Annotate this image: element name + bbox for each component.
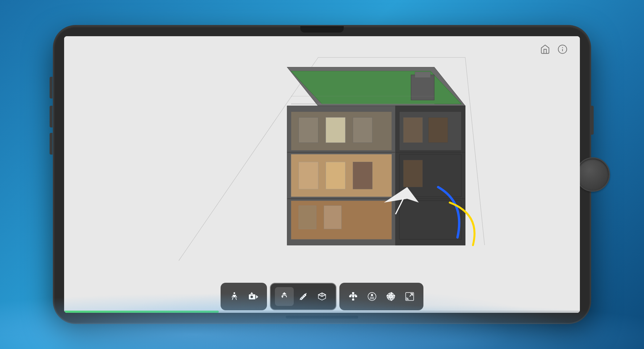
svg-rect-18 [400, 112, 461, 150]
svg-rect-22 [403, 160, 422, 187]
svg-rect-29 [415, 72, 431, 77]
svg-rect-12 [353, 117, 372, 142]
svg-rect-20 [428, 117, 448, 142]
phone-top-notch [300, 26, 344, 33]
svg-rect-54 [352, 292, 354, 294]
svg-rect-58 [352, 299, 354, 300]
svg-rect-28 [411, 75, 434, 100]
svg-line-1 [465, 58, 484, 245]
home-button[interactable] [576, 157, 610, 192]
svg-marker-53 [318, 293, 326, 297]
svg-rect-11 [326, 117, 345, 142]
progress-bar [64, 311, 580, 313]
toolbar [64, 280, 580, 313]
rotate-back-button[interactable] [275, 287, 294, 306]
svg-rect-17 [324, 206, 341, 229]
person-walk-button[interactable] [225, 287, 244, 306]
svg-rect-7 [291, 112, 392, 150]
svg-marker-3 [287, 67, 465, 106]
home-icon-button[interactable] [539, 43, 552, 56]
svg-rect-8 [291, 154, 392, 197]
info-icon-button[interactable] [556, 43, 569, 56]
svg-point-66 [371, 294, 373, 296]
svg-line-33 [396, 199, 403, 214]
camera-button[interactable] [244, 287, 263, 306]
svg-rect-10 [299, 117, 318, 142]
toolbar-group-view [339, 283, 423, 310]
svg-rect-5 [287, 106, 396, 245]
svg-marker-41 [250, 292, 253, 294]
svg-rect-13 [299, 162, 318, 189]
progress-bar-fill [64, 311, 219, 313]
layers-button[interactable] [363, 287, 381, 306]
svg-marker-42 [282, 292, 287, 294]
top-icon-group [539, 43, 569, 56]
phone-device [54, 26, 590, 323]
phone-screen [64, 36, 580, 313]
measure-button[interactable] [294, 287, 313, 306]
phone-bottom-connector [286, 316, 358, 319]
svg-point-37 [234, 292, 235, 294]
svg-rect-23 [400, 201, 461, 239]
svg-rect-15 [353, 162, 372, 189]
toolbar-group-navigation [221, 283, 267, 310]
svg-marker-6 [396, 106, 465, 245]
svg-point-65 [368, 293, 376, 300]
svg-rect-9 [291, 201, 392, 239]
svg-marker-4 [291, 71, 461, 104]
settings-button[interactable] [381, 287, 400, 306]
svg-line-0 [179, 58, 318, 261]
3d-cube-button[interactable] [313, 287, 331, 306]
3d-viewport[interactable] [64, 36, 580, 284]
svg-marker-40 [256, 295, 258, 299]
power-button [591, 106, 594, 135]
svg-rect-16 [299, 206, 316, 229]
svg-rect-14 [326, 162, 345, 189]
svg-marker-32 [384, 187, 419, 203]
svg-rect-19 [403, 117, 422, 142]
toolbar-group-tools [270, 283, 336, 310]
svg-point-39 [250, 295, 253, 298]
svg-rect-21 [400, 154, 461, 197]
expand-button[interactable] [400, 287, 419, 306]
floorplan-button[interactable] [344, 287, 363, 306]
